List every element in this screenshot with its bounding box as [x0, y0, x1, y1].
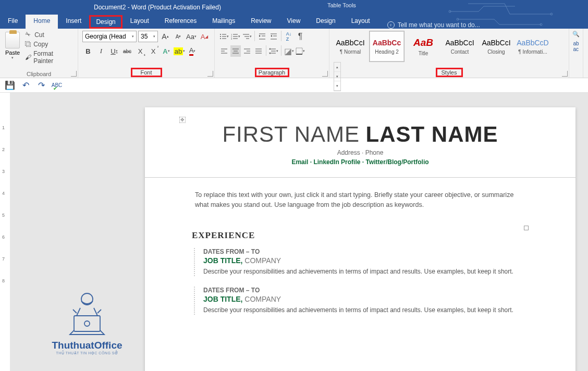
cut-button[interactable]: ✂Cut	[24, 31, 75, 39]
grow-font-button[interactable]: A▴	[160, 31, 171, 42]
font-size-select[interactable]: 35▾	[138, 31, 158, 42]
underline-button[interactable]: U▾	[108, 45, 120, 57]
numbering-button[interactable]: 123▾	[230, 31, 241, 42]
svg-point-8	[220, 38, 221, 39]
style-heading2[interactable]: AaBbCcHeading 2	[369, 31, 405, 62]
tell-me-placeholder: Tell me what you want to do...	[398, 21, 480, 29]
bold-button[interactable]: B	[82, 45, 94, 57]
job-dates: DATES FROM – TO	[203, 248, 529, 255]
contextual-tab-label: Table Tools	[327, 2, 356, 8]
ruler-vertical[interactable]: 12345678	[0, 93, 10, 371]
undo-button[interactable]: ↶	[21, 81, 30, 90]
tell-me-search[interactable]: ♀ Tell me what you want to do...	[387, 21, 480, 29]
title-bar: Document2 - Word (Product Activation Fai…	[0, 0, 588, 15]
show-hide-marks-button[interactable]: ¶	[295, 31, 305, 42]
section-heading-experience[interactable]: EXPERIENCE	[192, 230, 529, 241]
job-entry[interactable]: DATES FROM – TO JOB TITLE, COMPANY Descr…	[194, 248, 529, 276]
ribbon-tabs: File Home Insert Design Layout Reference…	[0, 15, 588, 29]
shading-button[interactable]: ◪▾	[284, 45, 294, 57]
change-case-button[interactable]: Aa▾	[186, 31, 197, 42]
group-clipboard: Paste ▾ ✂Cut ⿻Copy 🖌Format Painter Clipb…	[0, 29, 78, 78]
italic-button[interactable]: I	[95, 45, 107, 57]
copy-button[interactable]: ⿻Copy	[24, 40, 75, 48]
borders-button[interactable]: ▾	[295, 45, 305, 57]
justify-button[interactable]	[253, 45, 264, 57]
save-button[interactable]: 💾	[5, 81, 15, 90]
group-editing: 🔍 abac	[569, 29, 583, 78]
superscript-button[interactable]: X²	[148, 45, 159, 57]
tab-home[interactable]: Home	[26, 13, 58, 29]
subscript-button[interactable]: X₂	[134, 45, 146, 57]
style-contact[interactable]: AaBbCcIContact	[442, 31, 477, 62]
paste-button[interactable]: Paste ▾	[3, 31, 22, 65]
dialog-launcher-paragraph[interactable]	[322, 71, 328, 77]
resume-links[interactable]: Email · LinkedIn Profile · Twitter/Blog/…	[192, 158, 529, 166]
decrease-indent-button[interactable]	[257, 31, 267, 42]
align-right-button[interactable]	[242, 45, 252, 57]
format-painter-button[interactable]: 🖌Format Painter	[24, 50, 75, 65]
dialog-launcher-styles[interactable]	[562, 71, 568, 77]
chevron-down-icon: ▾	[132, 34, 134, 39]
tab-tabletools-layout[interactable]: Layout	[344, 13, 378, 29]
group-paragraph: ▾ 123▾ ▾ A↓Z ¶ ▾ ◪▾ ▾ Paragraph	[215, 29, 329, 78]
spelling-button[interactable]: ABC✔	[52, 81, 62, 90]
resume-name[interactable]: FIRST NAME LAST NAME	[192, 122, 529, 147]
svg-point-48	[84, 321, 90, 326]
chevron-down-icon: ▾	[11, 56, 14, 60]
shrink-font-button[interactable]: A▾	[173, 31, 184, 42]
job-entry[interactable]: DATES FROM – TO JOB TITLE, COMPANY Descr…	[194, 287, 529, 315]
align-center-button[interactable]	[230, 45, 241, 57]
line-spacing-button[interactable]: ▾	[268, 45, 279, 57]
bullets-button[interactable]: ▾	[219, 31, 229, 42]
replace-button[interactable]: abac	[573, 41, 579, 52]
tab-view[interactable]: View	[279, 13, 309, 29]
style-information[interactable]: AaBbCcD¶ Informati...	[515, 31, 550, 62]
document-page[interactable]: ✥ FIRST NAME LAST NAME Address · Phone E…	[145, 107, 575, 371]
svg-marker-25	[271, 35, 272, 37]
sort-button[interactable]: A↓Z	[284, 31, 294, 42]
brush-icon: 🖌	[25, 54, 31, 61]
job-title-line: JOB TITLE, COMPANY	[203, 295, 529, 303]
window-title: Document2 - Word (Product Activation Fai…	[94, 4, 221, 11]
tab-design[interactable]: Design	[89, 15, 122, 29]
group-styles: AaBbCcI¶ Normal AaBbCcHeading 2 AaBTitle…	[329, 29, 569, 78]
watermark-text: ThuthuatOffice	[41, 340, 133, 351]
dialog-launcher-clipboard[interactable]	[71, 71, 77, 77]
find-button[interactable]: 🔍	[572, 31, 580, 38]
group-label-font: Font	[131, 68, 162, 77]
table-resize-handle[interactable]	[524, 226, 529, 230]
resume-address[interactable]: Address · Phone	[192, 149, 529, 156]
quick-access-toolbar: 💾 ↶ ↷ ABC✔	[0, 78, 588, 93]
align-left-button[interactable]	[219, 45, 229, 57]
tab-layout[interactable]: Layout	[123, 13, 157, 29]
styles-gallery-expand[interactable]: ▴ ▾ ▾	[334, 62, 341, 91]
strikethrough-button[interactable]: abc	[121, 45, 133, 57]
tab-references[interactable]: References	[157, 13, 204, 29]
text-effects-button[interactable]: A▾	[161, 45, 172, 57]
copy-icon: ⿻	[25, 41, 31, 48]
font-name-select[interactable]: Georgia (Head▾	[82, 31, 137, 42]
highlight-button[interactable]: ab▾	[174, 45, 185, 57]
clear-formatting-button[interactable]: A◢	[199, 31, 210, 42]
style-closing[interactable]: AaBbCcIClosing	[479, 31, 514, 62]
expand-icon: ▾	[334, 81, 340, 91]
style-title[interactable]: AaBTitle	[406, 31, 441, 62]
table-anchor-icon[interactable]: ✥	[179, 117, 186, 123]
tab-tabletools-design[interactable]: Design	[308, 13, 343, 29]
multilevel-list-button[interactable]: ▾	[242, 31, 252, 42]
svg-marker-21	[259, 35, 261, 37]
tab-insert[interactable]: Insert	[58, 13, 89, 29]
watermark-logo: ThuthuatOffice THỦ THUẬT TIN HỌC CÔNG SỞ	[41, 290, 133, 355]
svg-text:3: 3	[231, 38, 232, 40]
resume-intro[interactable]: To replace this text with your own, just…	[192, 190, 529, 210]
tab-mailings[interactable]: Mailings	[204, 13, 243, 29]
style-normal[interactable]: AaBbCcI¶ Normal	[333, 31, 368, 62]
font-color-button[interactable]: A▾	[187, 45, 198, 57]
tab-file[interactable]: File	[0, 13, 26, 29]
redo-button[interactable]: ↷	[36, 81, 46, 90]
styles-gallery: AaBbCcI¶ Normal AaBbCcHeading 2 AaBTitle…	[333, 31, 566, 62]
increase-indent-button[interactable]	[268, 31, 279, 42]
dialog-launcher-font[interactable]	[207, 71, 213, 77]
tab-review[interactable]: Review	[243, 13, 279, 29]
divider	[145, 177, 575, 178]
